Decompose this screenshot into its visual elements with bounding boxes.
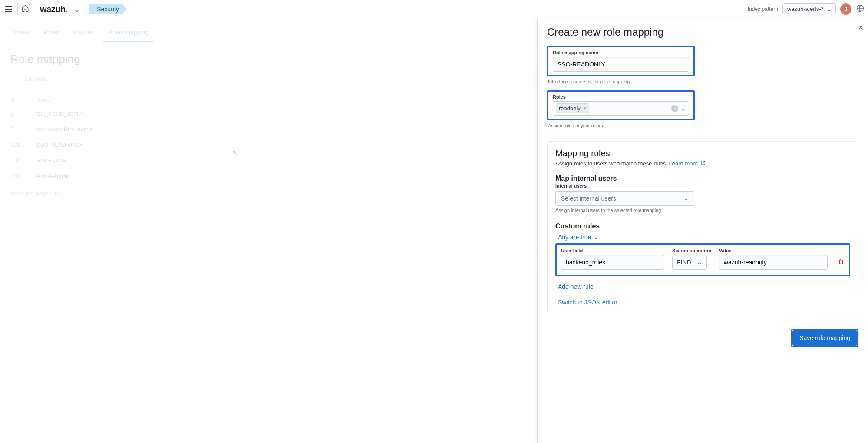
mapping-rules-title: Mapping rules [555, 149, 850, 159]
role-chip-readonly: readonly × [556, 103, 589, 113]
map-internal-users-title: Map internal users [555, 175, 850, 182]
custom-rules-title: Custom rules [555, 222, 850, 230]
index-pattern-select[interactable]: wazuh-alerts-* [782, 3, 836, 14]
tab-users[interactable]: Users [9, 23, 35, 42]
user-field-label: User field [561, 248, 664, 253]
remove-chip-icon[interactable]: × [583, 105, 587, 112]
search-op-select[interactable]: FIND⌄ [672, 255, 707, 270]
mapping-rules-subtitle: Assign roles to users who match these ru… [555, 160, 850, 167]
internal-users-select[interactable]: Select internal users ⌄ [555, 191, 694, 206]
add-new-rule-link[interactable]: Add new rule [558, 283, 594, 290]
search-icon [16, 75, 26, 83]
close-icon[interactable]: ✕ [858, 23, 864, 32]
user-field-input[interactable] [561, 255, 664, 270]
search-op-label: Search operation [672, 248, 711, 253]
avatar[interactable]: J [840, 3, 851, 15]
chevron-down-icon: ⌄ [697, 259, 702, 266]
save-role-mapping-button[interactable]: Save role mapping [792, 330, 857, 346]
save-highlight: Save role mapping [791, 329, 858, 347]
menu-toggle-icon[interactable] [3, 4, 14, 14]
roles-group: Roles readonly × × ⌄ [547, 90, 695, 120]
globe-icon[interactable] [856, 4, 865, 14]
cell-id: 103 [10, 173, 36, 179]
role-mapping-name-label: Role mapping name [553, 50, 689, 55]
role-mapping-name-help: Introduce a name for this role mapping. [548, 79, 858, 84]
flyout-title: Create new role mapping [547, 26, 858, 38]
tab-policies[interactable]: Policies [68, 23, 99, 42]
brand-logo: wazuh. ⌄ [36, 4, 80, 14]
roles-combobox[interactable]: readonly × × ⌄ [553, 101, 689, 116]
chevron-down-icon: ⌄ [59, 190, 64, 197]
external-link-icon [700, 161, 705, 165]
cell-id: 102 [10, 157, 36, 164]
chevron-down-icon[interactable]: ⌄ [681, 105, 686, 112]
svg-point-1 [17, 76, 20, 79]
home-icon [21, 4, 29, 13]
internal-users-label: Internal users [555, 183, 850, 188]
roles-help: Assign roles to your users. [548, 123, 858, 128]
home-button[interactable] [17, 3, 33, 15]
role-mapping-name-input[interactable] [553, 57, 689, 72]
custom-rule-row: User field Search operation FIND⌄ Value [555, 243, 850, 276]
app-header: wazuh. ⌄ Security Index pattern wazuh-al… [0, 0, 868, 18]
delete-rule-icon[interactable] [838, 258, 845, 266]
chevron-down-icon: ⌄ [683, 195, 689, 202]
cell-id: 2 [10, 126, 36, 132]
value-input[interactable] [719, 255, 828, 270]
cell-id: 101 [10, 142, 36, 148]
chevron-down-icon: ⌄ [594, 234, 599, 241]
chevron-down-icon[interactable]: ⌄ [73, 4, 81, 14]
clear-all-icon[interactable]: × [671, 105, 678, 112]
breadcrumb-security[interactable]: Security [89, 4, 127, 14]
rule-combinator[interactable]: Any are true ⌄ [558, 234, 850, 241]
create-role-mapping-flyout: ✕ Create new role mapping Role mapping n… [537, 18, 868, 443]
tab-roles-mapping[interactable]: Roles mapping [103, 23, 154, 42]
index-pattern-label: Index pattern [748, 6, 778, 12]
roles-label: Roles [553, 94, 689, 99]
internal-users-help: Assign internal users to the selected ro… [555, 208, 850, 213]
role-mapping-name-group: Role mapping name [547, 46, 695, 76]
col-id[interactable]: ID ↑ [10, 97, 36, 103]
cell-id: 1 [10, 110, 36, 117]
learn-more-link[interactable]: Learn more [669, 160, 705, 167]
tab-roles[interactable]: Roles [39, 23, 65, 42]
sort-up-icon: ↑ [17, 97, 20, 103]
switch-json-link[interactable]: Switch to JSON editor [558, 299, 617, 306]
mapping-rules-panel: Mapping rules Assign roles to users who … [547, 141, 858, 313]
value-label: Value [719, 248, 828, 253]
